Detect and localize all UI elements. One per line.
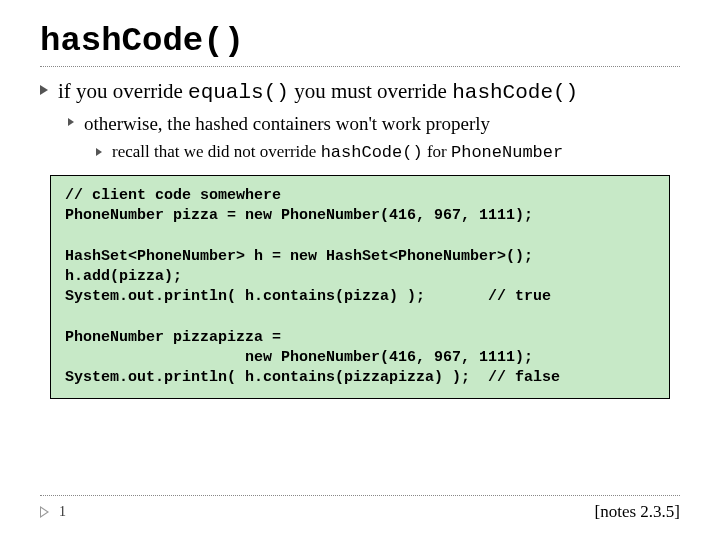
bullet-icon xyxy=(68,118,74,126)
bullet-icon xyxy=(96,148,102,156)
bullet-text: otherwise, the hashed containers won't w… xyxy=(84,111,490,137)
title-divider xyxy=(40,66,680,67)
bullet-icon xyxy=(40,85,48,95)
slide-footer: 1 [notes 2.3.5] xyxy=(40,495,680,522)
bullet-text: if you override equals() you must overri… xyxy=(58,77,578,107)
bullet-level-0: if you override equals() you must overri… xyxy=(40,77,680,107)
notes-reference: [notes 2.3.5] xyxy=(595,502,680,522)
slide-title: hashCode() xyxy=(40,22,680,60)
nav-icon xyxy=(40,506,49,518)
bullet-level-2: recall that we did not override hashCode… xyxy=(96,141,680,165)
footer-divider xyxy=(40,495,680,496)
bullet-level-1: otherwise, the hashed containers won't w… xyxy=(68,111,680,137)
bullet-text: recall that we did not override hashCode… xyxy=(112,141,563,165)
page-number: 1 xyxy=(59,504,66,520)
code-block: // client code somewhere PhoneNumber piz… xyxy=(50,175,670,400)
